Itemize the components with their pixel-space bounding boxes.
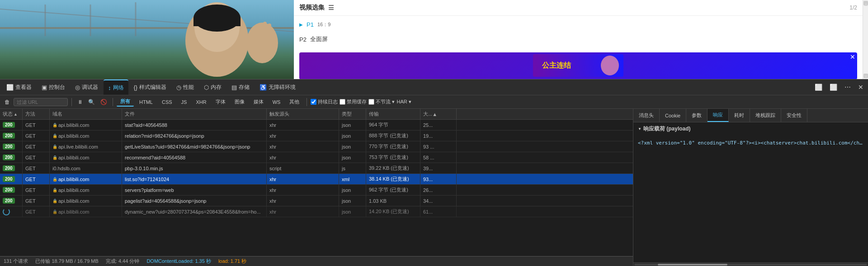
th-method[interactable]: 方法: [23, 109, 50, 119]
tab-memory[interactable]: ⬡ 内存: [199, 79, 226, 95]
filter-html[interactable]: HTML: [136, 98, 156, 106]
response-scrollbar[interactable]: [633, 262, 868, 266]
svg-rect-11: [259, 23, 262, 39]
td-type: json: [339, 206, 366, 217]
td-transfer: 962 字节 (已竞速): [366, 185, 420, 195]
video-item-p1[interactable]: ▶ P1 16：9: [294, 18, 863, 32]
td-method: GET: [23, 185, 50, 195]
close-devtools-button[interactable]: ✕: [855, 83, 866, 92]
td-file: relation?mid=9824766&jsonp=jsonp: [122, 131, 267, 141]
tab-message-header[interactable]: 消息头: [633, 109, 660, 122]
search-button[interactable]: 🔍: [86, 98, 97, 106]
filter-ws[interactable]: WS: [269, 98, 284, 106]
td-size: 93...: [420, 174, 457, 184]
table-row[interactable]: 200 GET 🔒api.live.bilibili.com getLiveSt…: [0, 141, 633, 152]
status-badge: 200: [3, 122, 15, 128]
disable-cache-checkbox[interactable]: [340, 99, 345, 105]
scrollbar-track[interactable]: [634, 264, 867, 266]
disable-cache-label[interactable]: 禁用缓存: [340, 98, 367, 105]
har-label[interactable]: HAR ▾: [396, 99, 411, 105]
tab-style[interactable]: {} 样式编辑器: [129, 79, 171, 95]
lock-icon: 🔒: [52, 199, 57, 203]
video-item-p2[interactable]: P2 全面屏: [294, 32, 863, 47]
scroll-up[interactable]: ▲: [863, 1, 868, 5]
scrollbar-thumb[interactable]: [658, 264, 728, 266]
clear-button[interactable]: 🗑: [3, 98, 12, 106]
table-row[interactable]: GET 🔒api.bilibili.com dynamic_new?uid=28…: [0, 206, 633, 217]
tab-inspector-label: 查看器: [15, 84, 32, 91]
no-throttle-label[interactable]: 不节流 ▾: [368, 98, 395, 105]
table-row[interactable]: 200 GET 🔒api.bilibili.com pagelist?aid=4…: [0, 196, 633, 206]
th-transfer[interactable]: 传输: [366, 109, 420, 119]
response-payload-section: ▼ 响应载荷 (payload): [633, 122, 868, 138]
inspector-icon: ⬜: [6, 84, 14, 91]
tab-cookie[interactable]: Cookie: [660, 109, 686, 122]
table-row[interactable]: 200 GET 🔒api.bilibili.com relation?mid=9…: [0, 131, 633, 141]
td-transfer: 964 字节: [366, 120, 420, 130]
table-row-selected[interactable]: 200 GET 🔒api.bilibili.com list.so?id=712…: [0, 174, 633, 185]
filter-media[interactable]: 媒体: [250, 98, 267, 106]
filter-js[interactable]: JS: [178, 98, 191, 106]
td-transfer: 14.20 KB (已竞速): [366, 206, 420, 217]
tab-storage[interactable]: ▤ 存储: [227, 79, 254, 95]
video-list-title: 视频选集 ☰: [299, 4, 334, 12]
tab-stack-trace[interactable]: 堆栈跟踪: [750, 109, 781, 122]
table-row[interactable]: 200 GET 🔒api.bilibili.com recommend?aid=…: [0, 152, 633, 163]
video-list-label: 视频选集: [299, 4, 325, 12]
td-initiator: xhr: [267, 120, 339, 130]
persist-log-checkbox[interactable]: [311, 99, 316, 105]
td-size: 25...: [420, 120, 457, 130]
more-options-button[interactable]: ⋯: [842, 83, 854, 92]
td-status: 200: [0, 163, 23, 173]
filter-other[interactable]: 其他: [286, 98, 303, 106]
filter-image[interactable]: 图像: [231, 98, 248, 106]
th-initiator[interactable]: 触发源头: [267, 109, 339, 119]
tab-timing[interactable]: 耗时: [729, 109, 750, 122]
ad-close-button[interactable]: ✕: [850, 53, 855, 61]
scroll-down[interactable]: ▼: [863, 74, 868, 78]
tab-security[interactable]: 安全性: [781, 109, 807, 122]
lock-icon: 🔒: [52, 210, 57, 214]
th-type[interactable]: 类型: [339, 109, 366, 119]
response-content: ▼ 响应载荷 (payload) <?xml version="1.0" enc…: [633, 122, 868, 262]
tab-accessibility[interactable]: ♿ 无障碍环境: [255, 79, 300, 95]
td-file: pbp-3.0.10.min.js: [122, 163, 267, 173]
th-size[interactable]: 大... ▲: [420, 109, 457, 119]
td-size: 61...: [420, 206, 457, 217]
persist-log-label[interactable]: 持续日志: [311, 98, 338, 105]
table-row[interactable]: 200 GET 🔒api.bilibili.com servers?platfo…: [0, 185, 633, 196]
style-icon: {}: [134, 84, 138, 91]
undock-button[interactable]: ⬜: [827, 83, 840, 92]
right-scrollbar[interactable]: ▲ ▼: [863, 0, 868, 79]
th-file[interactable]: 文件: [122, 109, 267, 119]
ad-banner[interactable]: ✕ 公主连结: [299, 52, 857, 79]
filter-url-input[interactable]: [14, 98, 68, 106]
response-tabs: 消息头 Cookie 参数 响应 耗时 堆栈跟踪 安全性: [633, 109, 868, 122]
console-icon: ▣: [42, 84, 47, 91]
dock-side-button[interactable]: ⬜: [812, 83, 825, 92]
table-row[interactable]: 200 GET i0.hdslb.com pbp-3.0.10.min.js s…: [0, 163, 633, 174]
filter-all[interactable]: 所有: [117, 97, 134, 107]
filter-css[interactable]: CSS: [158, 98, 176, 106]
tab-network[interactable]: ↕ 网络: [104, 79, 128, 95]
tab-inspector[interactable]: ⬜ 查看器: [2, 79, 36, 95]
table-row[interactable]: 200 GET 🔒api.bilibili.com stat?aid=40564…: [0, 120, 633, 131]
tab-console[interactable]: ▣ 控制台: [37, 79, 70, 95]
th-domain[interactable]: 域名: [50, 109, 122, 119]
th-status[interactable]: 状态 ▲: [0, 109, 23, 119]
no-throttle-checkbox[interactable]: [368, 99, 374, 105]
svg-rect-12: [263, 22, 267, 39]
td-initiator: xhr: [267, 196, 339, 206]
tab-debugger[interactable]: ◎ 调试器: [71, 79, 103, 95]
filter-font[interactable]: 字体: [212, 98, 229, 106]
pause-button[interactable]: ⏸: [75, 98, 85, 106]
td-status: 200: [0, 120, 23, 130]
td-transfer: 753 字节 (已竞速): [366, 152, 420, 163]
tab-params[interactable]: 参数: [686, 109, 708, 122]
finish-time: 完成: 4.44 分钟: [106, 258, 140, 265]
block-button[interactable]: 🚫: [99, 98, 109, 106]
filter-xhr[interactable]: XHR: [192, 98, 210, 106]
status-badge: 200: [3, 187, 15, 193]
tab-response[interactable]: 响应: [708, 109, 729, 122]
tab-performance[interactable]: ◷ 性能: [172, 79, 198, 95]
